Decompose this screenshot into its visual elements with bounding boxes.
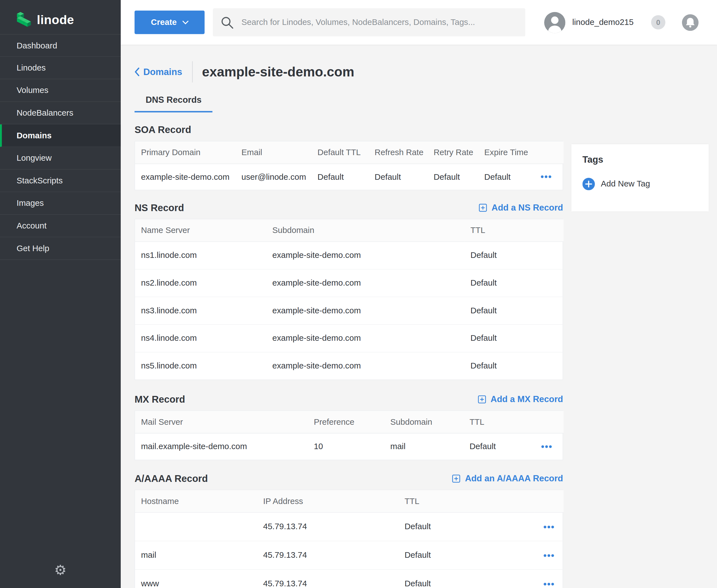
cell-ip-address: 45.79.13.74 — [257, 541, 398, 569]
search-input[interactable] — [241, 17, 518, 28]
cell-retry-rate: Default — [428, 164, 478, 190]
mx-record-section: MX Record Add a MX Record — [135, 394, 563, 460]
main-content: Domains example-site-demo.com DNS Record… — [121, 45, 717, 588]
cell-subdomain: example-site-demo.com — [266, 297, 464, 324]
sidebar-item-domains[interactable]: Domains — [0, 124, 121, 147]
row-actions-icon[interactable]: ••• — [538, 171, 555, 182]
cell-preference: 10 — [308, 433, 384, 460]
bell-icon[interactable] — [682, 14, 698, 30]
col-header: TTL — [398, 490, 534, 512]
plus-square-icon — [452, 475, 460, 483]
cell-subdomain: example-site-demo.com — [266, 241, 464, 269]
logo-text: linode — [37, 13, 74, 27]
cell-ttl: Default — [464, 241, 564, 269]
gear-icon[interactable]: ⚙ — [0, 562, 121, 578]
ns-table: Name Server Subdomain TTL ns1.linode.com… — [135, 219, 563, 380]
table-header-row: Primary Domain Email Default TTL Refresh… — [135, 141, 564, 164]
table-row: ns4.linode.com example-site-demo.com Def… — [135, 324, 564, 352]
sidebar-item-get-help[interactable]: Get Help — [0, 237, 121, 260]
app: linode Dashboard Linodes Volumes NodeBal… — [0, 0, 717, 588]
cell-ttl: Default — [464, 324, 564, 352]
sidebar-item-stackscripts[interactable]: StackScripts — [0, 169, 121, 192]
tab-bar: DNS Records — [135, 95, 563, 112]
cell-hostname: www — [135, 569, 257, 588]
tags-heading: Tags — [582, 154, 698, 165]
row-actions-icon[interactable]: ••• — [540, 550, 558, 561]
row-actions-icon[interactable]: ••• — [540, 579, 558, 588]
linode-logo[interactable]: linode — [0, 0, 121, 28]
col-header: Hostname — [135, 490, 257, 512]
breadcrumb-label: Domains — [143, 67, 182, 77]
chevron-down-icon — [182, 20, 188, 24]
avatar[interactable] — [544, 12, 566, 33]
col-header: IP Address — [257, 490, 398, 512]
sidebar-item-images[interactable]: Images — [0, 192, 121, 215]
tab-dns-records[interactable]: DNS Records — [135, 95, 212, 112]
col-header: Default TTL — [311, 141, 369, 164]
add-a-record-link[interactable]: Add an A/AAAA Record — [452, 474, 563, 484]
table-header-row: Mail Server Preference Subdomain TTL — [135, 411, 564, 434]
col-header: Name Server — [135, 219, 266, 241]
table-header-row: Name Server Subdomain TTL — [135, 219, 564, 241]
page-head: Domains example-site-demo.com — [135, 60, 563, 84]
table-row: mail 45.79.13.74 Default ••• — [135, 541, 564, 569]
add-ns-record-label: Add a NS Record — [492, 203, 563, 213]
col-header: Email — [235, 141, 311, 164]
create-button-label: Create — [151, 18, 177, 27]
soa-record-section: SOA Record Primary Domain Email Default — [135, 124, 563, 190]
create-button[interactable]: Create — [135, 10, 204, 34]
sidebar-item-linodes[interactable]: Linodes — [0, 57, 121, 79]
table-row: 45.79.13.74 Default ••• — [135, 512, 564, 541]
search-bar[interactable] — [213, 8, 525, 36]
mx-table: Mail Server Preference Subdomain TTL mai… — [135, 411, 563, 460]
add-new-tag-button[interactable]: Add New Tag — [582, 178, 698, 190]
topbar: Create linode_demo215 0 — [121, 0, 717, 45]
table-row: ns2.linode.com example-site-demo.com Def… — [135, 269, 564, 297]
cell-ttl: Default — [464, 269, 564, 297]
sidebar-item-longview[interactable]: Longview — [0, 147, 121, 170]
a-heading: A/AAAA Record — [135, 473, 208, 484]
soa-heading: SOA Record — [135, 124, 191, 135]
table-row: ns3.linode.com example-site-demo.com Def… — [135, 297, 564, 324]
add-ns-record-link[interactable]: Add a NS Record — [479, 203, 563, 213]
add-mx-record-label: Add a MX Record — [491, 394, 563, 404]
add-mx-record-link[interactable]: Add a MX Record — [478, 394, 563, 404]
table-row: example-site-demo.com user@linode.com De… — [135, 164, 564, 190]
breadcrumb-domains-link[interactable]: Domains — [135, 67, 182, 77]
ns-record-section: NS Record Add a NS Record — [135, 202, 563, 380]
cell-subdomain: mail — [384, 433, 464, 460]
col-header: Refresh Rate — [369, 141, 428, 164]
cell-name-server: ns4.linode.com — [135, 324, 266, 352]
sidebar-item-nodebalancers[interactable]: NodeBalancers — [0, 102, 121, 125]
add-new-tag-label: Add New Tag — [601, 179, 650, 189]
sidebar-item-account[interactable]: Account — [0, 215, 121, 237]
notification-count-badge[interactable]: 0 — [651, 15, 665, 29]
col-header: Subdomain — [384, 411, 464, 434]
cell-name-server: ns5.linode.com — [135, 352, 266, 380]
row-actions-icon[interactable]: ••• — [538, 441, 555, 451]
col-header: Retry Rate — [428, 141, 478, 164]
chevron-left-icon — [135, 67, 140, 77]
col-header: Subdomain — [266, 219, 464, 241]
sidebar-item-dashboard[interactable]: Dashboard — [0, 34, 121, 57]
table-row: www 45.79.13.74 Default ••• — [135, 569, 564, 588]
col-header: TTL — [464, 219, 564, 241]
cell-subdomain: example-site-demo.com — [266, 352, 464, 380]
ns-heading: NS Record — [135, 202, 184, 213]
cell-hostname — [135, 512, 257, 541]
divider — [192, 61, 193, 83]
sidebar-nav: Dashboard Linodes Volumes NodeBalancers … — [0, 34, 121, 260]
cell-ttl: Default — [464, 433, 530, 460]
cell-ip-address: 45.79.13.74 — [257, 512, 398, 541]
cell-default-ttl: Default — [311, 164, 369, 190]
col-header: Primary Domain — [135, 141, 235, 164]
col-header: Mail Server — [135, 411, 308, 434]
table-row: ns5.linode.com example-site-demo.com Def… — [135, 352, 564, 380]
col-header-actions — [529, 141, 564, 164]
sidebar: linode Dashboard Linodes Volumes NodeBal… — [0, 0, 121, 588]
sidebar-item-volumes[interactable]: Volumes — [0, 79, 121, 102]
row-actions-icon[interactable]: ••• — [540, 521, 558, 532]
a-table: Hostname IP Address TTL 45.79.13.74 Defa… — [135, 490, 563, 588]
cell-name-server: ns3.linode.com — [135, 297, 266, 324]
linode-logo-icon — [15, 11, 32, 28]
